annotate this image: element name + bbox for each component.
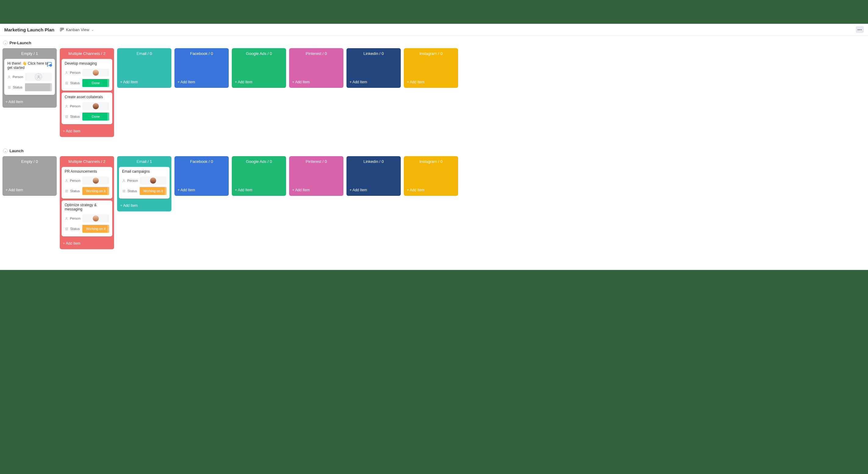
add-item-button[interactable]: + Add Item [404, 77, 458, 88]
card-person-row: Person [62, 101, 112, 111]
status-field-label: Status [65, 81, 81, 85]
status-cell[interactable]: Done [82, 113, 109, 121]
group-title: Launch [9, 149, 24, 153]
kanban-card[interactable]: Email campaignsPersonStatusWorking on it [119, 167, 169, 198]
kanban-column-linkedin: Linkedin / 0+ Add Item [346, 48, 401, 88]
column-body [346, 167, 401, 185]
add-item-button[interactable]: + Add Item [346, 77, 401, 88]
column-body [404, 59, 458, 77]
svg-point-10 [66, 71, 67, 72]
kanban-board: ⌄Pre-LaunchEmpty / 1Hi there! 👋 Click he… [0, 36, 868, 270]
svg-rect-1 [62, 28, 63, 30]
column-header[interactable]: Empty / 1 [2, 48, 57, 59]
kanban-column-facebook: Facebook / 0+ Add Item [175, 156, 229, 196]
person-field-label: Person [65, 179, 81, 183]
person-icon [122, 179, 126, 183]
status-cell[interactable]: Working on it [82, 225, 109, 233]
add-item-button[interactable]: + Add Item [60, 126, 114, 137]
kanban-card[interactable]: PR AnnouncementsPersonStatusWorking on i… [62, 167, 112, 198]
kanban-card[interactable]: Develop messagingPersonStatusDone [62, 59, 112, 91]
column-header[interactable]: Instagram / 0 [404, 48, 458, 59]
person-cell[interactable] [82, 69, 109, 76]
person-cell[interactable] [82, 214, 109, 222]
kanban-column-multi: Multiple Channels / 2PR AnnouncementsPer… [60, 156, 114, 249]
person-cell[interactable] [140, 177, 166, 185]
svg-point-5 [8, 76, 10, 77]
avatar-placeholder [35, 73, 42, 81]
svg-text:1: 1 [50, 65, 51, 66]
status-cell[interactable]: Working on it [82, 187, 109, 195]
status-cell[interactable]: Working on it [140, 187, 166, 195]
collapse-icon[interactable]: ⌄ [3, 149, 8, 153]
column-header[interactable]: Multiple Channels / 2 [60, 48, 114, 59]
person-field-label: Person [122, 179, 138, 183]
add-item-button[interactable]: + Add Item [117, 200, 172, 211]
status-icon [7, 86, 11, 89]
status-field-label: Status [65, 115, 81, 119]
person-icon [65, 104, 68, 108]
collapse-icon[interactable]: ⌄ [3, 40, 8, 45]
person-cell[interactable] [82, 177, 109, 185]
kanban-card[interactable]: Optimize strategy & messagingPersonStatu… [62, 200, 112, 236]
chat-icon[interactable]: 1 [46, 61, 53, 67]
add-item-button[interactable]: + Add Item [404, 185, 458, 196]
kanban-card[interactable]: Create asset collateralsPersonStatusDone [62, 92, 112, 124]
add-item-button[interactable]: + Add Item [60, 238, 114, 249]
card-title: Email campaigns [119, 167, 169, 176]
svg-point-26 [123, 179, 124, 181]
kanban-card[interactable]: Hi there! 👋 Click here to get started1Pe… [4, 59, 55, 95]
card-person-row: Person [119, 176, 169, 186]
column-header[interactable]: Pinterest / 0 [289, 48, 343, 59]
avatar [92, 177, 99, 184]
person-icon [7, 75, 11, 79]
status-field-label: Status [65, 189, 81, 193]
column-header[interactable]: Email / 0 [117, 48, 172, 59]
add-item-button[interactable]: + Add Item [2, 97, 57, 108]
kanban-column-pinterest: Pinterest / 0+ Add Item [289, 156, 343, 196]
card-status-row: StatusDone [62, 78, 112, 88]
add-item-button[interactable]: + Add Item [289, 185, 343, 196]
column-header[interactable]: Linkedin / 0 [346, 48, 401, 59]
view-selector[interactable]: Kanban View ⌄ [60, 27, 94, 32]
column-header[interactable]: Linkedin / 0 [346, 156, 401, 167]
status-icon [65, 81, 69, 85]
add-item-button[interactable]: + Add Item [2, 185, 57, 196]
kanban-column-email: Email / 0+ Add Item [117, 48, 172, 88]
status-cell[interactable] [25, 83, 52, 91]
kanban-column-empty: Empty / 0+ Add Item [2, 156, 57, 196]
column-header[interactable]: Multiple Channels / 2 [60, 156, 114, 167]
status-cell[interactable]: Done [82, 79, 109, 87]
board-more-button[interactable]: ••• [856, 26, 864, 33]
column-header[interactable]: Pinterest / 0 [289, 156, 343, 167]
svg-point-14 [66, 105, 67, 106]
card-title: Create asset collaterals [62, 92, 112, 101]
person-cell[interactable] [25, 73, 52, 81]
card-title: Develop messaging [62, 59, 112, 67]
column-body [404, 167, 458, 185]
svg-rect-0 [60, 28, 61, 31]
column-header[interactable]: Facebook / 0 [175, 48, 229, 59]
kanban-group: ⌄LaunchEmpty / 0+ Add ItemMultiple Chann… [2, 149, 866, 249]
add-item-button[interactable]: + Add Item [346, 185, 401, 196]
add-item-button[interactable]: + Add Item [175, 77, 229, 88]
column-header[interactable]: Google Ads / 0 [232, 48, 286, 59]
column-header[interactable]: Instagram / 0 [404, 156, 458, 167]
column-header[interactable]: Email / 1 [117, 156, 172, 167]
column-header[interactable]: Facebook / 0 [175, 156, 229, 167]
column-header[interactable]: Empty / 0 [2, 156, 57, 167]
add-item-button[interactable]: + Add Item [117, 77, 172, 88]
card-title: Optimize strategy & messaging [62, 200, 112, 213]
person-cell[interactable] [82, 102, 109, 110]
kanban-column-gads: Google Ads / 0+ Add Item [232, 156, 286, 196]
add-item-button[interactable]: + Add Item [232, 77, 286, 88]
kanban-column-instagram: Instagram / 0+ Add Item [404, 156, 458, 196]
add-item-button[interactable]: + Add Item [175, 185, 229, 196]
column-body [175, 59, 229, 77]
kanban-column-pinterest: Pinterest / 0+ Add Item [289, 48, 343, 88]
column-body: Develop messagingPersonStatusDoneCreate … [60, 59, 114, 126]
add-item-button[interactable]: + Add Item [289, 77, 343, 88]
column-header[interactable]: Google Ads / 0 [232, 156, 286, 167]
columns-row: Empty / 1Hi there! 👋 Click here to get s… [2, 48, 866, 137]
status-icon [65, 227, 69, 231]
add-item-button[interactable]: + Add Item [232, 185, 286, 196]
